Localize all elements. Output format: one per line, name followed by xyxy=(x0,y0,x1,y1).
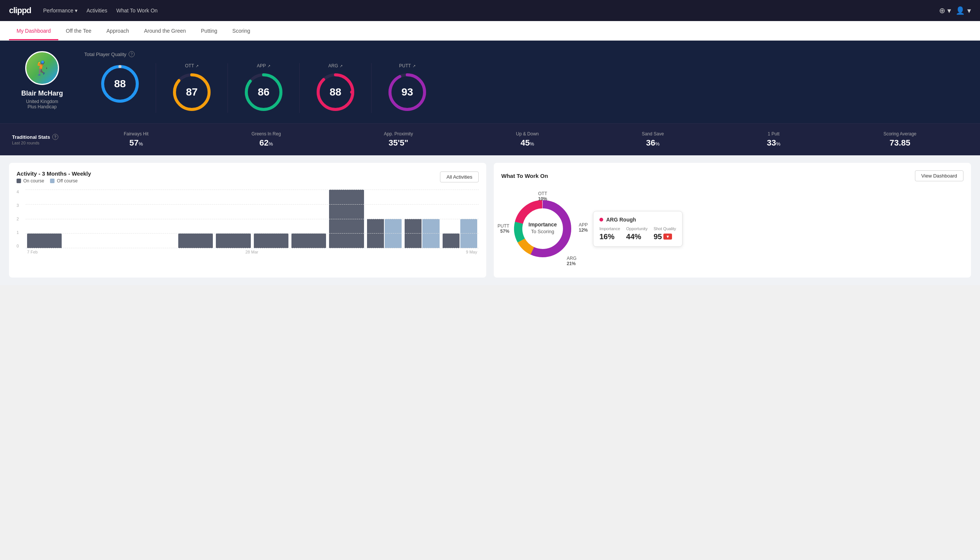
svg-text:Importance: Importance xyxy=(528,222,557,228)
opportunity-value: 44% xyxy=(626,232,647,241)
putt-trend-icon: ↗ xyxy=(413,64,416,68)
score-total: 88 xyxy=(84,63,156,113)
trad-stats-subtitle: Last 20 rounds xyxy=(12,141,72,145)
ott-label: OTT ↗ xyxy=(185,63,198,68)
work-on-card: What To Work On View Dashboard OTT 10% A… xyxy=(494,163,971,278)
nav-performance[interactable]: Performance ▾ xyxy=(43,6,77,15)
ott-score-value: 87 xyxy=(186,86,198,98)
stat-putt-value: 33% xyxy=(767,138,780,148)
svg-text:To Scoring: To Scoring xyxy=(531,229,554,234)
stat-items: Fairways Hit 57% Greens In Reg 62% App. … xyxy=(72,131,968,148)
bar-group-2 xyxy=(103,247,137,248)
y-label-0: 0 xyxy=(17,244,23,248)
add-button[interactable]: ⊕ ▾ xyxy=(939,6,952,15)
arg-donut-label: ARG21% xyxy=(567,256,576,266)
tab-scoring[interactable]: Scoring xyxy=(225,21,258,40)
arg-label: ARG ↗ xyxy=(328,63,343,68)
ring-total: 88 xyxy=(99,63,141,105)
top-nav: clippd Performance ▾ Activities What To … xyxy=(0,0,980,21)
nav-what-to-work-on[interactable]: What To Work On xyxy=(116,6,158,15)
activity-card: Activity - 3 Months - Weekly On course O… xyxy=(9,163,486,278)
donut-chart: Importance To Scoring xyxy=(509,195,576,263)
stat-sand-label: Sand Save xyxy=(642,131,664,137)
scores-grid: 88 OTT ↗ 87 xyxy=(84,63,968,113)
trad-stats-section: Traditional Stats ? Last 20 rounds Fairw… xyxy=(0,123,980,155)
tab-around-the-green[interactable]: Around the Green xyxy=(136,21,193,40)
nav-activities[interactable]: Activities xyxy=(87,6,107,15)
tab-approach[interactable]: Approach xyxy=(99,21,136,40)
y-label-3: 3 xyxy=(17,203,23,208)
quality-help-icon[interactable]: ? xyxy=(129,51,135,57)
off-course-dot xyxy=(50,178,55,183)
tooltip-importance: Importance 16% xyxy=(599,227,620,241)
legend-on-course: On course xyxy=(17,178,44,183)
x-label-feb: 7 Feb xyxy=(27,250,38,256)
stat-fairways-value: 57% xyxy=(124,138,148,148)
score-putt: PUTT ↗ 93 xyxy=(371,63,443,113)
activity-title: Activity - 3 Months - Weekly xyxy=(17,170,91,177)
putt-donut-label: PUTT57% xyxy=(497,223,509,234)
stat-scoring-value: 73.85 xyxy=(883,138,917,148)
on-course-bar-10 xyxy=(404,219,421,248)
stat-greens-in-reg: Greens In Reg 62% xyxy=(251,131,281,148)
on-course-bar-11 xyxy=(443,233,459,248)
svg-point-11 xyxy=(350,91,353,93)
tooltip-shot-quality: Shot Quality 95 ▼ xyxy=(654,227,676,241)
svg-point-5 xyxy=(190,73,193,77)
putt-score-value: 93 xyxy=(401,86,413,98)
stat-scoring-label: Scoring Average xyxy=(883,131,917,137)
tab-my-dashboard[interactable]: My Dashboard xyxy=(9,21,58,40)
bar-group-0 xyxy=(27,233,62,248)
avatar: 🏌️ xyxy=(25,51,59,85)
bar-group-6 xyxy=(254,233,288,248)
score-ott: OTT ↗ 87 xyxy=(156,63,228,113)
player-country: United Kingdom xyxy=(26,99,58,104)
bar-group-10 xyxy=(404,219,439,248)
bar-group-4 xyxy=(178,233,213,248)
on-course-bar-6 xyxy=(254,233,288,248)
stat-scoring-average: Scoring Average 73.85 xyxy=(883,131,917,148)
ring-app: 86 xyxy=(243,72,284,113)
bar-group-7 xyxy=(291,233,326,248)
tab-putting[interactable]: Putting xyxy=(193,21,225,40)
tooltip-opportunity: Opportunity 44% xyxy=(626,227,647,241)
y-label-1: 1 xyxy=(17,230,23,235)
nav-links: Performance ▾ Activities What To Work On xyxy=(43,6,927,15)
down-trend-badge: ▼ xyxy=(663,233,672,240)
stat-putt-label: 1 Putt xyxy=(767,131,780,137)
empty-bar-3 xyxy=(140,247,175,248)
stat-updown-value: 45% xyxy=(516,138,539,148)
on-course-bar-7 xyxy=(291,233,326,248)
ring-putt: 93 xyxy=(387,72,428,113)
tooltip-header: ARG Rough xyxy=(599,217,676,223)
view-dashboard-button[interactable]: View Dashboard xyxy=(915,170,963,181)
nav-right: ⊕ ▾ 👤 ▾ xyxy=(939,6,971,15)
quality-title: Total Player Quality ? xyxy=(84,51,968,57)
score-app: APP ↗ 86 xyxy=(228,63,300,113)
on-course-bar-8 xyxy=(329,190,364,248)
svg-point-14 xyxy=(406,73,409,77)
shot-quality-value: 95 ▼ xyxy=(654,232,676,241)
stat-1-putt: 1 Putt 33% xyxy=(767,131,780,148)
bar-group-11 xyxy=(443,219,477,248)
work-on-title: What To Work On xyxy=(501,173,548,179)
empty-bar-1 xyxy=(65,247,99,248)
svg-point-8 xyxy=(262,73,265,77)
trad-stats-title: Traditional Stats ? xyxy=(12,134,72,140)
ring-ott: 87 xyxy=(171,72,213,113)
player-handicap: Plus Handicap xyxy=(27,104,57,110)
on-course-dot xyxy=(17,178,21,183)
logo[interactable]: clippd xyxy=(9,6,31,15)
trad-stats-help-icon[interactable]: ? xyxy=(52,134,58,140)
tab-off-the-tee[interactable]: Off the Tee xyxy=(58,21,99,40)
stat-fairways-label: Fairways Hit xyxy=(124,131,148,137)
user-menu[interactable]: 👤 ▾ xyxy=(955,6,971,15)
scores-section: Total Player Quality ? 88 OTT ↗ xyxy=(84,51,968,113)
all-activities-button[interactable]: All Activities xyxy=(440,172,479,182)
stat-updown-label: Up & Down xyxy=(516,131,539,137)
x-label-may: 9 May xyxy=(466,250,477,256)
activity-card-header: Activity - 3 Months - Weekly On course O… xyxy=(17,170,479,183)
arg-rough-tooltip: ARG Rough Importance 16% Opportunity 44% xyxy=(593,211,682,247)
ott-trend-icon: ↗ xyxy=(196,64,198,68)
on-course-bar-0 xyxy=(27,233,62,248)
